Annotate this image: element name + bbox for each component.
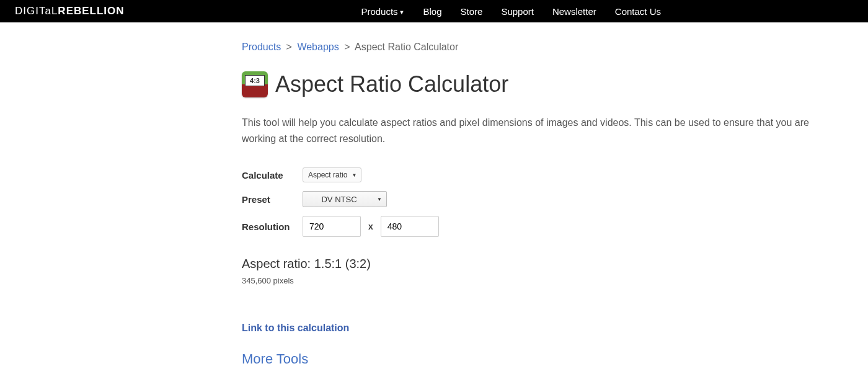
- nav-blog[interactable]: Blog: [423, 6, 442, 17]
- breadcrumb: Products > Webapps > Aspect Ratio Calcul…: [242, 42, 856, 53]
- breadcrumb-webapps[interactable]: Webapps: [297, 42, 339, 52]
- form-row-resolution: Resolution x: [242, 216, 856, 237]
- logo-thin: DIGITaL: [15, 5, 58, 17]
- height-input[interactable]: [381, 216, 439, 237]
- calculate-label: Calculate: [242, 170, 303, 181]
- nav-newsletter[interactable]: Newsletter: [552, 6, 596, 17]
- page-title: Aspect Ratio Calculator: [275, 71, 508, 97]
- breadcrumb-products[interactable]: Products: [242, 42, 281, 52]
- resolution-label: Resolution: [242, 221, 303, 232]
- chevron-down-icon: ▼: [399, 9, 405, 16]
- preset-select-wrap: DV NTSC ▼: [303, 191, 387, 207]
- app-icon: 4:3: [242, 71, 268, 97]
- page-title-row: 4:3 Aspect Ratio Calculator: [242, 71, 856, 97]
- breadcrumb-sep: >: [286, 42, 292, 52]
- preset-label: Preset: [242, 194, 303, 205]
- calculate-select-wrap: Aspect ratio ▼: [303, 167, 361, 182]
- x-separator: x: [368, 221, 373, 231]
- link-to-calculation[interactable]: Link to this calculation: [242, 323, 856, 334]
- form-row-calculate: Calculate Aspect ratio ▼: [242, 167, 856, 182]
- top-nav: DIGITaLREBELLION Products▼ Blog Store Su…: [0, 0, 868, 22]
- breadcrumb-sep: >: [344, 42, 350, 52]
- nav-products-label: Products: [361, 6, 397, 17]
- width-input[interactable]: [303, 216, 361, 237]
- result-pixels: 345,600 pixels: [242, 276, 856, 285]
- breadcrumb-current: Aspect Ratio Calculator: [355, 42, 458, 52]
- nav-support[interactable]: Support: [501, 6, 534, 17]
- preset-select[interactable]: DV NTSC: [303, 191, 387, 207]
- page-description: This tool will help you calculate aspect…: [242, 115, 837, 146]
- logo-bold: REBELLION: [58, 5, 124, 17]
- logo[interactable]: DIGITaLREBELLION: [15, 5, 125, 17]
- result-ratio: Aspect ratio: 1.5:1 (3:2): [242, 257, 856, 271]
- nav-items: Products▼ Blog Store Support Newsletter …: [361, 6, 661, 17]
- app-icon-ratio: 4:3: [245, 75, 265, 86]
- calculate-select[interactable]: Aspect ratio: [303, 167, 361, 182]
- nav-contact[interactable]: Contact Us: [615, 6, 661, 17]
- nav-products[interactable]: Products▼: [361, 6, 404, 17]
- form-row-preset: Preset DV NTSC ▼: [242, 191, 856, 207]
- more-tools-link[interactable]: More Tools: [242, 351, 308, 367]
- nav-store[interactable]: Store: [461, 6, 483, 17]
- content: Products > Webapps > Aspect Ratio Calcul…: [0, 23, 868, 379]
